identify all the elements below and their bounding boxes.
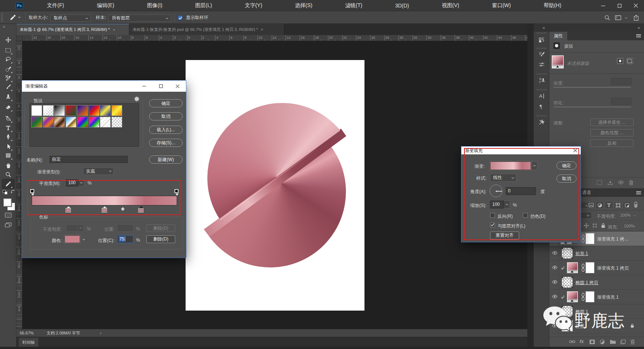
options-grip[interactable] [1, 13, 3, 22]
smartobject-filter-icon[interactable] [623, 201, 631, 209]
maximize-button[interactable] [152, 81, 169, 92]
reset-align-button[interactable]: 重置对齐 [490, 232, 519, 239]
clone-stamp-tool[interactable] [4, 92, 13, 101]
share-icon[interactable] [633, 15, 639, 21]
character-icon[interactable]: A [537, 91, 546, 100]
toolbar-collapse-icon[interactable]: » [3, 25, 6, 29]
show-ring-checkbox[interactable] [178, 15, 183, 20]
panel-menu-icon[interactable] [636, 34, 641, 38]
tool-preset-chevron-icon[interactable] [18, 16, 21, 18]
fx-icon[interactable]: fx [580, 339, 584, 344]
mask-thumbnail[interactable] [552, 55, 564, 69]
angle-input[interactable]: 0 [506, 187, 536, 195]
foreground-color-swatch[interactable] [3, 198, 12, 207]
menu-item[interactable]: 窗口(W) [492, 2, 511, 9]
tab-close-icon[interactable]: × [261, 27, 263, 32]
gradient-preset-swatch[interactable] [100, 105, 111, 116]
layer-name[interactable]: 矩形 1 [575, 251, 588, 257]
mask-thumbnail[interactable] [585, 291, 594, 302]
gradient-preset-swatch[interactable] [43, 117, 54, 128]
link-icon[interactable] [569, 339, 575, 344]
ok-button[interactable]: 确定 [149, 99, 183, 107]
maximize-button[interactable] [611, 0, 628, 11]
new-layer-icon[interactable] [620, 339, 626, 345]
clone-source-icon[interactable] [537, 76, 546, 85]
layer-mask-button[interactable] [617, 58, 624, 64]
menu-item[interactable]: 滤镜(T) [345, 2, 362, 9]
document-tab-active[interactable]: 未标题-1 @ 66.7% (渐变填充 1 拷贝 3, RGB/8#) * × [16, 24, 129, 35]
density-input[interactable] [611, 78, 632, 85]
close-button[interactable] [628, 0, 644, 11]
eye-icon[interactable] [618, 180, 624, 185]
select-and-mask-button[interactable]: 选择并遮住 ... [590, 119, 634, 126]
gradient-preview-bar[interactable] [32, 196, 177, 205]
swap-colors-icon[interactable] [10, 189, 16, 194]
brush-settings-icon[interactable] [537, 50, 546, 59]
menu-item[interactable]: 视图(V) [442, 2, 459, 9]
search-icon[interactable] [604, 15, 610, 21]
invert-button[interactable]: 反相 [590, 139, 634, 147]
move-tool[interactable] [4, 35, 13, 44]
mask-thumbnail[interactable] [585, 262, 594, 273]
load-button[interactable]: 载入(L)... [149, 126, 183, 134]
tool-presets-icon[interactable] [537, 117, 546, 126]
rectangle-tool[interactable] [4, 151, 13, 160]
cancel-button[interactable]: 取消 [149, 112, 183, 120]
lock-position-icon[interactable] [584, 223, 589, 228]
eyedropper-tool[interactable] [4, 179, 13, 188]
gradient-preview[interactable] [490, 161, 531, 170]
gradient-preset-swatch[interactable] [43, 105, 54, 116]
path-selection-tool[interactable] [4, 142, 13, 151]
link-mask-icon[interactable] [581, 264, 585, 272]
gradient-chevron-icon[interactable] [531, 161, 537, 170]
feather-input[interactable] [611, 98, 632, 105]
ok-button[interactable]: 确定 [556, 161, 577, 170]
menu-item[interactable]: 图像(I) [147, 2, 162, 9]
opacity-stop[interactable] [174, 189, 179, 196]
dialog-title-bar[interactable]: 渐变编辑器 [22, 81, 186, 92]
eye-icon[interactable] [552, 280, 558, 284]
screen-mode-icon[interactable] [5, 222, 12, 228]
tab-close-icon[interactable]: × [113, 28, 115, 32]
layer-thumbnail[interactable] [567, 291, 578, 302]
reverse-checkbox[interactable] [490, 213, 495, 218]
trash-icon[interactable] [629, 180, 634, 185]
menu-item[interactable]: 文字(Y) [245, 2, 262, 9]
smoothness-chevron-icon[interactable] [78, 179, 84, 186]
lock-all-icon[interactable] [601, 223, 606, 228]
feather-slider[interactable] [553, 107, 631, 107]
document-tab-inactive[interactable]: 未标题-1-恢复的-恢复的.psd @ 66.7% (渐变填充 1 拷贝 3, … [129, 24, 284, 35]
color-chevron-icon[interactable] [82, 239, 85, 240]
layer-row[interactable]: 渐变填充 1 拷贝 [549, 261, 644, 275]
workspace-icon[interactable] [615, 15, 621, 20]
stop-pos2-input[interactable]: 75 [117, 235, 133, 243]
menu-item[interactable]: 文件(F) [47, 2, 64, 9]
angle-dial[interactable] [490, 185, 502, 197]
close-button[interactable] [569, 147, 581, 154]
mask-selection-icon[interactable] [597, 180, 602, 185]
opacity-value[interactable]: 100% [618, 212, 638, 219]
color-stop[interactable] [66, 206, 72, 213]
filter-switch-icon[interactable] [634, 201, 638, 208]
gradient-preset-swatch[interactable] [31, 117, 42, 128]
marquee-tool[interactable] [4, 46, 13, 55]
type-tool[interactable] [4, 123, 13, 132]
gradient-preset-swatch[interactable] [77, 117, 88, 128]
gradient-preset-swatch[interactable] [89, 117, 100, 128]
gradient-preset-swatch[interactable] [31, 105, 42, 116]
color-stop[interactable] [139, 206, 144, 213]
shape-filter-icon[interactable] [614, 201, 622, 209]
dialog-title-bar[interactable]: 渐变填充 [461, 147, 581, 154]
eyedropper-icon[interactable] [10, 14, 16, 21]
gradient-name-input[interactable]: 自定 [50, 156, 128, 163]
mask-thumbnail[interactable] [585, 233, 594, 244]
gradient-preset-swatch[interactable] [100, 117, 111, 128]
layer-name[interactable]: 渐变填充 1 [597, 294, 619, 301]
link-mask-icon[interactable] [581, 293, 585, 301]
scale-input[interactable]: 100 [490, 201, 504, 208]
ruler-corner[interactable] [16, 35, 22, 41]
canvas[interactable] [186, 60, 364, 311]
midpoint-marker[interactable] [121, 207, 125, 211]
gradient-preset-swatch[interactable] [89, 105, 100, 116]
image-filter-icon[interactable] [587, 201, 595, 209]
